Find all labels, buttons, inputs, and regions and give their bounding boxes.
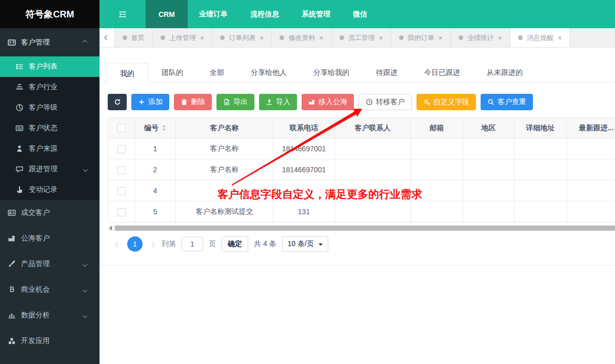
tabstrip-back-button[interactable] bbox=[100, 28, 115, 47]
cell-id: 1 bbox=[135, 138, 176, 159]
chevron-down-icon bbox=[83, 313, 88, 318]
column-header-address: 详细地址 bbox=[514, 118, 567, 138]
goto-page-input[interactable] bbox=[182, 237, 203, 251]
custom-fields-button[interactable]: 自定义字段 bbox=[416, 94, 476, 110]
page-size-select[interactable]: 10 条/页 bbox=[282, 236, 328, 252]
plus-icon bbox=[138, 98, 145, 106]
view-tab-shared-to-others[interactable]: 分享给他人 bbox=[237, 63, 300, 82]
close-tab-icon[interactable]: × bbox=[200, 34, 204, 42]
refresh-button[interactable] bbox=[108, 94, 127, 110]
sidebar-item-customer-list[interactable]: 客户列表 bbox=[0, 56, 100, 77]
view-tab-to-follow[interactable]: 待跟进 bbox=[363, 63, 411, 82]
next-page-button[interactable] bbox=[148, 238, 156, 250]
page-tab-label: 订单列表 bbox=[229, 33, 255, 43]
main-content: 我的 团队的 全部 分享给他人 分享给我的 待跟进 今日已跟进 从未跟进的 添加… bbox=[100, 48, 615, 364]
tab-dot-icon bbox=[459, 35, 463, 40]
view-tab-never-followed[interactable]: 从未跟进的 bbox=[473, 63, 536, 82]
table-row: 5 客户名称测试提交 131 bbox=[108, 201, 615, 223]
nav-item-system-management[interactable]: 系统管理 bbox=[290, 0, 342, 28]
page-tab-order-list[interactable]: 订单列表 × bbox=[212, 28, 272, 47]
prev-page-button[interactable] bbox=[114, 238, 122, 250]
view-tab-all[interactable]: 全部 bbox=[196, 63, 237, 82]
column-header-phone: 联系电话 bbox=[273, 118, 335, 138]
sidebar-item-customer-industry[interactable]: 客户行业 bbox=[0, 77, 100, 97]
view-tab-followed-today[interactable]: 今日已跟进 bbox=[411, 63, 473, 82]
sidebar-toggle-button[interactable] bbox=[100, 0, 146, 28]
button-label: 添加 bbox=[148, 97, 163, 107]
column-header-id[interactable]: 编号 bbox=[135, 118, 176, 138]
export-button[interactable]: 导出 bbox=[216, 94, 254, 110]
sidebar-item-customer-level[interactable]: 客户等级 bbox=[0, 97, 100, 118]
tab-dot-icon bbox=[220, 35, 225, 40]
factory-icon bbox=[308, 98, 315, 106]
menu-indent-icon bbox=[118, 10, 127, 18]
sidebar-group-customer-management[interactable]: 客户管理 bbox=[0, 28, 100, 56]
app-logo: 符号象CRM bbox=[0, 0, 100, 28]
select-all-checkbox[interactable] bbox=[117, 124, 126, 132]
nav-item-performance-orders[interactable]: 业绩订单 bbox=[188, 0, 239, 28]
nav-item-process-info[interactable]: 流程信息 bbox=[239, 0, 290, 28]
sort-icon[interactable] bbox=[162, 125, 166, 131]
sidebar-item-business-opportunity[interactable]: 商业机会 bbox=[0, 277, 100, 302]
cell-address bbox=[514, 159, 567, 180]
refresh-icon bbox=[114, 98, 121, 106]
cell-region bbox=[463, 201, 514, 223]
page-tab-home[interactable]: 首页 bbox=[115, 28, 153, 47]
close-tab-icon[interactable]: × bbox=[260, 34, 264, 42]
view-tab-shared-to-me[interactable]: 分享给我的 bbox=[300, 63, 363, 82]
nav-item-wechat[interactable]: 微信 bbox=[342, 0, 379, 28]
page-tab-my-orders[interactable]: 我的订单 × bbox=[391, 28, 451, 47]
confirm-page-button[interactable]: 确定 bbox=[222, 236, 248, 252]
close-tab-icon[interactable]: × bbox=[558, 34, 562, 42]
transfer-customer-button[interactable]: 转移客户 bbox=[359, 94, 412, 110]
dedupe-customer-button[interactable]: 客户查重 bbox=[481, 94, 533, 110]
cell-phone: 18146697001 bbox=[273, 159, 335, 180]
sidebar-item-public-sea-customers[interactable]: 公海客户 bbox=[0, 226, 100, 251]
close-tab-icon[interactable]: × bbox=[319, 34, 323, 42]
row-checkbox[interactable] bbox=[117, 187, 126, 195]
page-tab-employee-management[interactable]: 员工管理 × bbox=[332, 28, 391, 47]
add-customer-button[interactable]: 添加 bbox=[131, 94, 169, 110]
chevron-right-icon bbox=[150, 242, 155, 248]
sidebar-item-label: 客户等级 bbox=[29, 103, 57, 112]
scroll-left-arrow-icon[interactable] bbox=[109, 226, 112, 231]
page-size-value: 10 条/页 bbox=[288, 239, 314, 249]
page-tab-performance-stats[interactable]: 业绩统计 × bbox=[451, 28, 510, 47]
row-checkbox[interactable] bbox=[117, 208, 126, 216]
sidebar-item-customer-source[interactable]: 客户来源 bbox=[0, 138, 100, 159]
cell-followup bbox=[567, 180, 615, 201]
nav-item-crm[interactable]: CRM bbox=[146, 0, 188, 28]
close-tab-icon[interactable]: × bbox=[498, 34, 502, 42]
button-label: 移入公海 bbox=[319, 97, 347, 107]
page-tab-upload-management[interactable]: 上传管理 × bbox=[153, 28, 212, 47]
row-checkbox[interactable] bbox=[117, 145, 126, 153]
sidebar-group-label: 客户管理 bbox=[21, 38, 50, 47]
page-tab-message-alerts[interactable]: 消息提醒 × bbox=[510, 28, 570, 47]
sidebar-item-dev-applications[interactable]: 开发应用 bbox=[0, 328, 100, 354]
page-number-1[interactable]: 1 bbox=[127, 236, 143, 252]
list-icon bbox=[15, 63, 24, 71]
row-checkbox[interactable] bbox=[117, 166, 126, 174]
pagination: 1 到第 页 确定 共 4 条 10 条/页 bbox=[108, 236, 615, 252]
trash-icon bbox=[181, 98, 188, 106]
delete-button[interactable]: 删除 bbox=[174, 94, 212, 110]
import-button[interactable]: 导入 bbox=[259, 94, 297, 110]
move-to-public-sea-button[interactable]: 移入公海 bbox=[302, 94, 354, 110]
sidebar-item-label: 跟进管理 bbox=[29, 165, 57, 174]
sidebar-item-data-analysis[interactable]: 数据分析 bbox=[0, 302, 100, 328]
sidebar-item-customer-status[interactable]: 客户状态 bbox=[0, 118, 100, 138]
view-tab-team[interactable]: 团队的 bbox=[148, 63, 196, 82]
close-tab-icon[interactable]: × bbox=[439, 34, 443, 42]
sidebar-item-followup-management[interactable]: 跟进管理 bbox=[0, 159, 100, 179]
page-tab-edit-profile[interactable]: 修改资料 × bbox=[272, 28, 331, 47]
file-export-icon bbox=[223, 98, 230, 106]
sidebar-item-closed-customers[interactable]: 成交客户 bbox=[0, 200, 100, 226]
scrollbar-thumb[interactable] bbox=[115, 226, 615, 231]
close-tab-icon[interactable]: × bbox=[379, 34, 383, 42]
cell-name: 客户名称 bbox=[176, 138, 273, 159]
sidebar-item-change-records[interactable]: 变动记录 bbox=[0, 179, 100, 200]
view-tab-mine[interactable]: 我的 bbox=[106, 63, 148, 83]
sidebar-item-label: 数据分析 bbox=[21, 311, 50, 320]
sidebar-item-product-management[interactable]: 产品管理 bbox=[0, 251, 100, 277]
horizontal-scrollbar[interactable] bbox=[108, 225, 615, 231]
